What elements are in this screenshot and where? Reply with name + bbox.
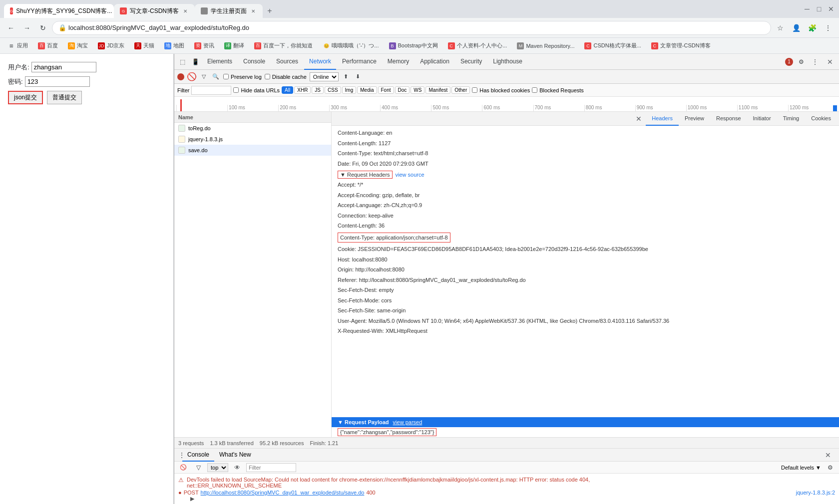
throttle-select[interactable]: Online [310, 72, 339, 81]
filter-img[interactable]: Img [342, 86, 357, 94]
filter-doc[interactable]: Doc [395, 86, 410, 94]
filter-other[interactable]: Other [451, 86, 470, 94]
tab-write[interactable]: G 写文章-CSDN博客 ✕ [114, 4, 195, 18]
filter-js[interactable]: JS [312, 86, 324, 94]
console-eye-icon[interactable]: 👁 [231, 462, 243, 474]
tab-sources[interactable]: Sources [271, 54, 303, 70]
clear-button[interactable]: 🚫 [187, 72, 196, 81]
expand-arrow-icon[interactable]: ▶ [190, 496, 194, 502]
bookmark-taobao[interactable]: 淘 淘宝 [64, 40, 92, 51]
preserve-log-checkbox[interactable] [223, 74, 229, 79]
search-icon[interactable]: 🔍 [211, 72, 220, 81]
tab-performance[interactable]: Performance [337, 54, 382, 70]
view-parsed-link[interactable]: view parsed [393, 419, 422, 425]
header-tab-headers[interactable]: Headers [646, 112, 679, 126]
bookmark-bootstrap[interactable]: B Bootstrap中文网 [385, 40, 442, 51]
header-tab-cookies[interactable]: Cookies [805, 112, 837, 126]
console-tab-console[interactable]: Console [182, 449, 214, 462]
back-button[interactable]: ← [4, 21, 18, 35]
settings-icon[interactable]: ⚙ [795, 56, 807, 68]
tab-lighthouse[interactable]: Lighthouse [488, 54, 527, 70]
header-tab-preview[interactable]: Preview [679, 112, 710, 126]
request-headers-section[interactable]: ▼ Request Headers view source [338, 169, 833, 180]
address-input[interactable]: 🔒 localhost:8080/SpringMVC_day01_war_exp… [52, 21, 771, 35]
disable-cache-checkbox[interactable] [265, 74, 270, 79]
tab-network[interactable]: Network [304, 54, 336, 70]
bookmark-jd[interactable]: JD JD京东 [94, 40, 128, 51]
console-filter-icon[interactable]: ▽ [192, 462, 204, 474]
record-button[interactable] [177, 73, 184, 80]
bookmark-profile[interactable]: C 个人资料-个人中心... [444, 40, 511, 51]
blocked-requests-checkbox[interactable] [532, 87, 537, 93]
post-url-link[interactable]: http://localhost:8080/SpringMVC_day01_wa… [201, 490, 365, 496]
bookmark-baidusearch[interactable]: 百 百度一下，你就知道 [250, 40, 317, 51]
console-filter-input[interactable] [246, 463, 296, 472]
payload-section[interactable]: ▼ Request Payload view parsed [332, 417, 839, 427]
console-tab-whatsnew[interactable]: What's New [214, 449, 256, 462]
tab-shu[interactable]: G ShuYY的博客_SYY96_CSDN博客... ✕ [4, 4, 114, 18]
tab-console[interactable]: Console [238, 54, 270, 70]
reload-button[interactable]: ↻ [36, 21, 50, 35]
request-item-save[interactable]: save.do [174, 145, 331, 156]
filter-all[interactable]: All [282, 86, 293, 94]
bookmark-maps[interactable]: 地 地图 [160, 40, 188, 51]
hide-data-urls-checkbox[interactable] [233, 87, 239, 93]
menu-button[interactable]: ⋮ [821, 21, 835, 35]
blocked-cookies-checkbox[interactable] [472, 87, 477, 93]
bookmark-maven[interactable]: M Maven Repository... [513, 40, 578, 51]
username-input[interactable] [31, 62, 96, 72]
password-input[interactable] [25, 76, 90, 87]
json-submit-button[interactable]: json提交 [8, 91, 43, 104]
close-button[interactable]: ✕ [827, 5, 835, 13]
bookmark-button[interactable]: ☆ [773, 21, 787, 35]
request-item-jquery[interactable]: jquery-1.8.3.js [174, 134, 331, 145]
profile-button[interactable]: 👤 [789, 21, 803, 35]
tab-security[interactable]: Security [455, 54, 487, 70]
filter-font[interactable]: Font [378, 86, 394, 94]
bookmark-apps[interactable]: ⊞ 应用 [4, 40, 32, 51]
bookmark-csdn-font[interactable]: C CSDN格式字体最... [580, 40, 645, 51]
header-tab-timing[interactable]: Timing [777, 112, 806, 126]
header-tab-response[interactable]: Response [710, 112, 747, 126]
header-tab-initiator[interactable]: Initiator [747, 112, 777, 126]
tab-application[interactable]: Application [415, 54, 454, 70]
import-icon[interactable]: ⬆ [342, 72, 351, 81]
console-clear-icon[interactable]: 🚫 [177, 462, 189, 474]
forward-button[interactable]: → [20, 21, 34, 35]
export-icon[interactable]: ⬇ [354, 72, 363, 81]
mobile-icon[interactable]: 📱 [189, 56, 201, 68]
maximize-button[interactable]: □ [815, 5, 823, 13]
console-close-button[interactable]: ✕ [821, 451, 835, 459]
extensions-button[interactable]: 🧩 [805, 21, 819, 35]
filter-xhr[interactable]: XHR [294, 86, 311, 94]
filter-input[interactable] [191, 86, 231, 95]
console-settings-icon[interactable]: ⚙ [824, 462, 836, 474]
devtools-close-button[interactable]: ✕ [823, 58, 837, 66]
tab-student[interactable]: 学生注册页面 ✕ [195, 4, 263, 18]
post-source-link[interactable]: jquery-1.8.3.js:2 [796, 490, 835, 496]
console-tab-handle[interactable]: ⋮ [178, 451, 182, 459]
bookmark-article[interactable]: C 文章管理-CSDN博客 [647, 40, 715, 51]
bookmark-translate[interactable]: 译 翻译 [220, 40, 248, 51]
filter-ws[interactable]: WS [411, 86, 424, 94]
filter-button[interactable]: ▽ [199, 72, 208, 81]
panel-close-button[interactable]: ✕ [632, 115, 646, 123]
bookmark-baidu[interactable]: 百 百度 [34, 40, 62, 51]
tab-elements[interactable]: Elements [202, 54, 237, 70]
tab-memory[interactable]: Memory [383, 54, 414, 70]
bookmark-tianmao[interactable]: 天 天猫 [130, 40, 158, 51]
request-item-toreg[interactable]: toReg.do [174, 123, 331, 134]
normal-submit-button[interactable]: 普通提交 [47, 91, 82, 104]
new-tab-button[interactable]: + [263, 4, 277, 18]
filter-manifest[interactable]: Manifest [425, 86, 450, 94]
console-context-select[interactable]: top [207, 463, 228, 472]
minimize-button[interactable]: ─ [803, 5, 811, 13]
filter-media[interactable]: Media [357, 86, 377, 94]
bookmark-emoji[interactable]: 😊 哦哦哦哦（'-'）つ... [319, 40, 383, 51]
tab-close-student[interactable]: ✕ [250, 7, 257, 14]
tab-close-write[interactable]: ✕ [182, 7, 189, 14]
cursor-icon[interactable]: ⬚ [176, 56, 188, 68]
filter-css[interactable]: CSS [325, 86, 341, 94]
bookmark-news[interactable]: 资 资讯 [190, 40, 218, 51]
more-options-icon[interactable]: ⋮ [809, 56, 821, 68]
